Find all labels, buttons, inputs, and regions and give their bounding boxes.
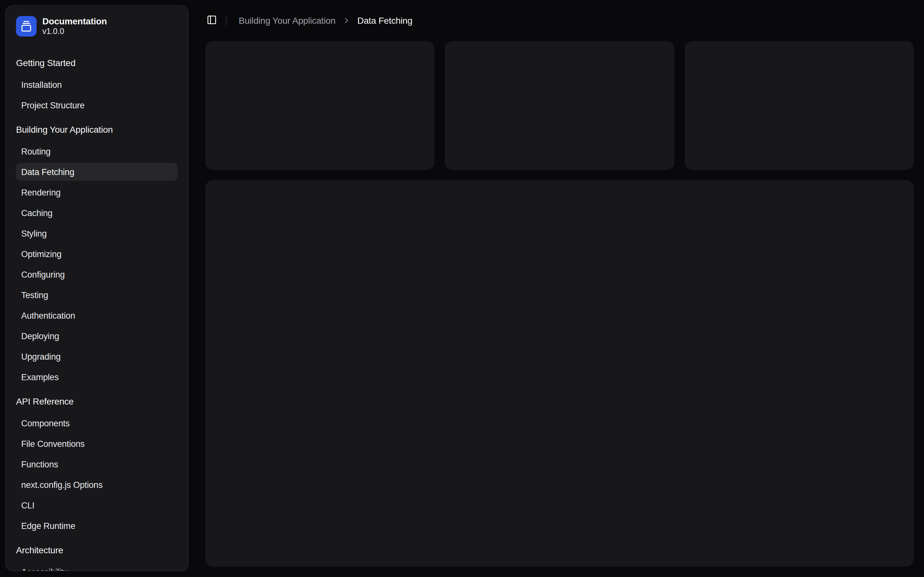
placeholder-card-2	[445, 41, 674, 170]
sidebar-group-label: Architecture	[16, 540, 178, 560]
sidebar-item-next-config-js-options[interactable]: next.config.js Options	[16, 476, 178, 494]
sidebar-group-label: Getting Started	[16, 53, 178, 73]
sidebar-item-authentication[interactable]: Authentication	[16, 306, 178, 324]
app-title: Documentation	[42, 16, 107, 26]
placeholder-cards-row	[205, 41, 914, 170]
sidebar-toggle-button[interactable]	[203, 11, 221, 29]
sidebar-item-edge-runtime[interactable]: Edge Runtime	[16, 517, 178, 535]
breadcrumb-parent-link[interactable]: Building Your Application	[239, 15, 336, 26]
sidebar-group-label: Building Your Application	[16, 119, 178, 140]
sidebar-group-architecture: ArchitectureAccessibility	[6, 540, 188, 571]
breadcrumb: Building Your Application Data Fetching	[239, 15, 412, 26]
sidebar-item-examples[interactable]: Examples	[16, 368, 178, 386]
placeholder-main-panel	[205, 180, 914, 567]
panel-left-icon	[207, 15, 217, 27]
sidebar-item-functions[interactable]: Functions	[16, 455, 178, 473]
sidebar-item-cli[interactable]: CLI	[16, 496, 178, 514]
sidebar-item-accessibility[interactable]: Accessibility	[16, 563, 178, 571]
sidebar-item-components[interactable]: Components	[16, 414, 178, 432]
sidebar-group-label: API Reference	[16, 391, 178, 412]
sidebar-item-upgrading[interactable]: Upgrading	[16, 348, 178, 366]
breadcrumb-current-page: Data Fetching	[357, 15, 413, 26]
sidebar-nav: Getting StartedInstallationProject Struc…	[6, 53, 188, 571]
app-logo	[16, 16, 37, 37]
sidebar: Documentation v1.0.0 Getting StartedInst…	[5, 5, 189, 571]
sidebar-item-routing[interactable]: Routing	[16, 142, 178, 160]
sidebar-item-data-fetching[interactable]: Data Fetching	[16, 163, 178, 181]
header-divider	[226, 15, 226, 26]
app-root: Documentation v1.0.0 Getting StartedInst…	[0, 0, 924, 577]
sidebar-item-rendering[interactable]: Rendering	[16, 183, 178, 201]
chevron-right-icon	[342, 16, 351, 25]
sidebar-item-file-conventions[interactable]: File Conventions	[16, 435, 178, 453]
sidebar-group-api-reference: API ReferenceComponentsFile ConventionsF…	[6, 391, 188, 535]
main-area: Building Your Application Data Fetching	[189, 0, 924, 577]
gallery-vertical-end-icon	[21, 21, 32, 32]
sidebar-item-styling[interactable]: Styling	[16, 224, 178, 242]
sidebar-item-installation[interactable]: Installation	[16, 76, 178, 93]
app-version: v1.0.0	[42, 27, 107, 37]
sidebar-item-deploying[interactable]: Deploying	[16, 327, 178, 345]
placeholder-card-1	[205, 41, 435, 170]
main-header: Building Your Application Data Fetching	[189, 0, 924, 41]
sidebar-group-getting-started: Getting StartedInstallationProject Struc…	[6, 53, 188, 114]
sidebar-item-configuring[interactable]: Configuring	[16, 266, 178, 284]
sidebar-title-block: Documentation v1.0.0	[42, 16, 107, 37]
sidebar-item-project-structure[interactable]: Project Structure	[16, 96, 178, 114]
placeholder-card-3	[684, 41, 914, 170]
page-content	[189, 41, 924, 577]
sidebar-item-testing[interactable]: Testing	[16, 286, 178, 304]
sidebar-item-caching[interactable]: Caching	[16, 204, 178, 222]
sidebar-header[interactable]: Documentation v1.0.0	[6, 6, 188, 42]
sidebar-group-building-your-application: Building Your ApplicationRoutingData Fet…	[6, 119, 188, 386]
sidebar-item-optimizing[interactable]: Optimizing	[16, 245, 178, 263]
